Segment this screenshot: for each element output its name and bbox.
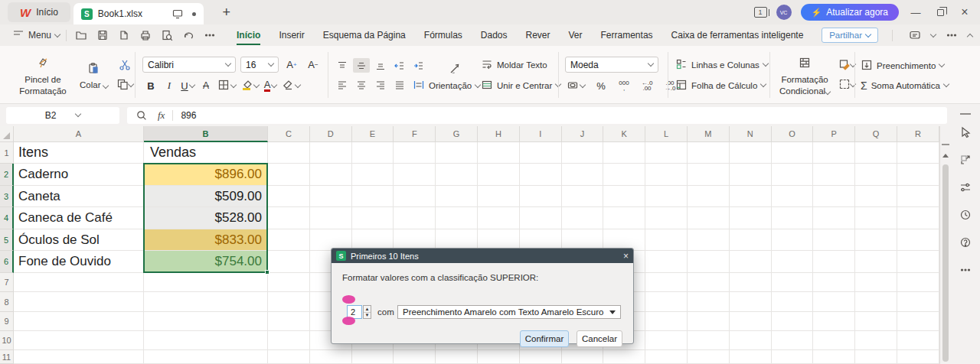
column-header-B[interactable]: B [144, 126, 268, 142]
folder-icon[interactable] [73, 28, 90, 43]
cell[interactable] [813, 331, 855, 350]
cell[interactable] [310, 207, 352, 229]
cell[interactable] [813, 229, 855, 251]
font-family-select[interactable]: Calibri [142, 57, 236, 73]
format-style-select[interactable]: Preenchimento Amarelo com Texto Amarelo … [397, 305, 621, 319]
font-color-button[interactable]: A [262, 78, 279, 93]
ribbon-tab-ferramentas[interactable]: Ferramentas [593, 27, 661, 44]
cell[interactable] [688, 331, 730, 350]
column-header-F[interactable]: F [394, 126, 436, 142]
cell[interactable] [520, 207, 562, 229]
cell[interactable] [603, 142, 645, 164]
cell[interactable] [897, 229, 939, 251]
increase-decimal-button[interactable]: ←.0.00 [639, 78, 655, 93]
cell[interactable] [730, 312, 772, 331]
document-tab[interactable]: S Book1.xlsx [74, 3, 204, 24]
cell[interactable] [478, 164, 520, 186]
ribbon-tab-dados[interactable]: Dados [473, 27, 515, 44]
fill-button[interactable]: Preenchimento [861, 59, 944, 73]
print-icon[interactable] [137, 28, 154, 43]
cell[interactable] [772, 207, 814, 229]
cell[interactable] [645, 164, 688, 186]
cell[interactable] [897, 350, 939, 364]
cell[interactable] [268, 142, 310, 164]
cell[interactable] [352, 142, 394, 164]
cell[interactable] [14, 331, 144, 350]
cell[interactable] [813, 251, 855, 273]
cell[interactable] [645, 273, 688, 292]
ribbon-tab-esquema-da-página[interactable]: Esquema da Página [315, 27, 413, 44]
cell[interactable] [688, 186, 730, 207]
align-right-button[interactable] [372, 77, 389, 92]
cell[interactable] [603, 207, 645, 229]
close-button[interactable]: × [957, 5, 972, 19]
cell[interactable] [268, 207, 310, 229]
cell[interactable] [730, 229, 772, 251]
more-icon[interactable] [201, 28, 218, 43]
cell[interactable] [645, 292, 688, 312]
cell-item-row5[interactable]: Óculos de Sol [14, 229, 144, 251]
cell[interactable] [730, 331, 772, 350]
percent-button[interactable]: % [593, 78, 609, 93]
fill-color-button[interactable] [239, 78, 260, 93]
cell[interactable] [730, 273, 772, 292]
row-header-5[interactable]: 5 [0, 229, 14, 251]
row-header-2[interactable]: 2 [0, 164, 14, 186]
justify-button[interactable] [391, 77, 408, 92]
decrease-indent-button[interactable] [391, 58, 408, 73]
cell-a1-itens[interactable]: Itens [14, 142, 144, 164]
rank-stepper[interactable]: ▲▼ [363, 305, 371, 319]
select-all-corner[interactable] [0, 126, 14, 142]
cell[interactable] [144, 350, 268, 364]
row-header-8[interactable]: 8 [0, 292, 14, 312]
cell[interactable] [688, 350, 730, 364]
align-bottom-button[interactable] [372, 58, 389, 73]
chevron-down-icon[interactable] [930, 31, 936, 37]
save-icon[interactable] [94, 28, 111, 43]
vertical-scrollbar[interactable] [939, 126, 950, 364]
cell[interactable] [562, 164, 604, 186]
more-tools-icon[interactable] [956, 260, 975, 280]
cell-value-row3[interactable]: $509.00 [144, 186, 268, 207]
currency-format-button[interactable] [565, 78, 586, 93]
cell[interactable] [855, 273, 897, 292]
settings-sliders-icon[interactable] [956, 177, 975, 197]
cell[interactable] [688, 164, 730, 186]
cell[interactable] [352, 186, 394, 207]
row-header-10[interactable]: 10 [0, 331, 14, 350]
cell-value-row4[interactable]: $528.00 [144, 207, 268, 229]
cell-value-row2[interactable]: $896.00 [144, 164, 268, 186]
column-header-G[interactable]: G [436, 126, 478, 142]
cancel-button[interactable]: Cancelar [577, 330, 622, 347]
cell[interactable] [603, 186, 645, 207]
column-header-O[interactable]: O [772, 126, 814, 142]
row-header-7[interactable]: 7 [0, 273, 14, 292]
italic-button[interactable]: I [161, 78, 178, 93]
copy-button[interactable] [116, 78, 134, 92]
cell[interactable] [352, 164, 394, 186]
history-icon[interactable] [956, 205, 975, 225]
cell[interactable] [645, 312, 688, 331]
column-header-L[interactable]: L [645, 126, 688, 142]
column-header-H[interactable]: H [478, 126, 520, 142]
cell[interactable] [855, 350, 897, 364]
cell[interactable] [394, 350, 436, 364]
name-box[interactable]: B2 [6, 107, 119, 124]
cell[interactable] [310, 186, 352, 207]
export-icon[interactable] [116, 28, 132, 43]
select-cursor-icon[interactable] [956, 122, 975, 142]
rail-collapse-handle[interactable] [960, 113, 971, 115]
ribbon-tab-inserir[interactable]: Inserir [271, 27, 312, 44]
cell[interactable] [268, 164, 310, 186]
column-header-P[interactable]: P [813, 126, 855, 142]
number-format-select[interactable]: Moeda [565, 57, 658, 73]
column-header-N[interactable]: N [730, 126, 772, 142]
strikethrough-button[interactable]: A [198, 78, 214, 93]
cell[interactable] [772, 229, 814, 251]
cell[interactable] [897, 142, 939, 164]
cell[interactable] [436, 207, 478, 229]
cell[interactable] [562, 142, 604, 164]
ribbon-tab-ver[interactable]: Ver [561, 27, 590, 44]
cell[interactable] [688, 273, 730, 292]
cell[interactable] [268, 186, 310, 207]
